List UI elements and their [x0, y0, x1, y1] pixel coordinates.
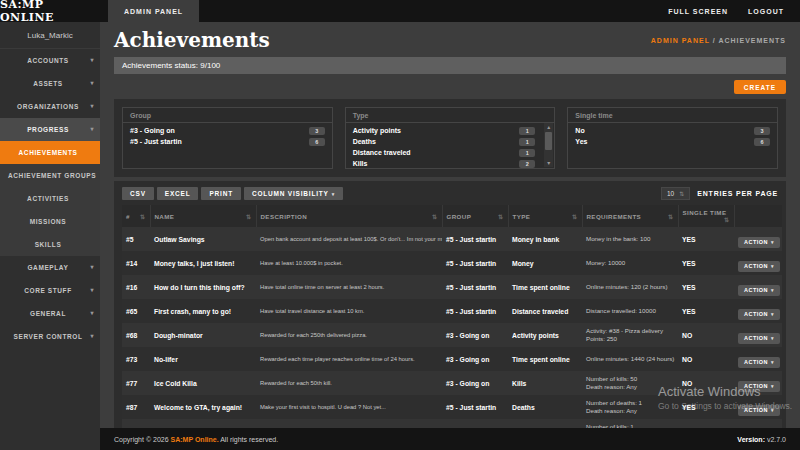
create-button[interactable]: CREATE	[734, 80, 786, 94]
action-button[interactable]: ACTION▾	[738, 333, 780, 344]
filter-option-count: 3	[754, 127, 770, 135]
cell-action: ACTION▾	[734, 251, 782, 275]
requirement-line: Number of kills: 50	[586, 375, 674, 383]
sidebar-item-label: ORGANIZATIONS	[17, 103, 79, 110]
filter-option-label: Deaths	[353, 138, 376, 145]
footer: Copyright © 2026 SA:MP Online. All right…	[100, 428, 800, 450]
filter-option-label: #5 - Just startin	[130, 138, 182, 145]
action-button-label: ACTION	[744, 239, 768, 245]
requirement-line: Number of kills: 1	[586, 423, 674, 428]
cell-single-time: YES	[678, 419, 734, 428]
filter-box-label: Type	[346, 108, 555, 123]
column-header-label: REQUIREMENTS	[587, 213, 642, 220]
column-header-group[interactable]: GROUP⇅	[442, 205, 508, 227]
sidebar-item-achievement-groups[interactable]: ACHIEVEMENT GROUPS	[0, 164, 100, 187]
logout-button[interactable]: LOGOUT	[748, 8, 784, 15]
sidebar-item-skills[interactable]: SKILLS	[0, 233, 100, 256]
column-header-label: NAME	[155, 213, 175, 220]
page-title: Achievements	[114, 28, 270, 52]
action-button[interactable]: ACTION▾	[738, 309, 780, 320]
action-button[interactable]: ACTION▾	[738, 285, 780, 296]
column-header-requirements[interactable]: REQUIREMENTS⇅	[582, 205, 678, 227]
action-button[interactable]: ACTION▾	[738, 357, 780, 368]
admin-panel-button[interactable]: ADMIN PANEL	[108, 0, 199, 22]
filter-option-count: 3	[309, 127, 325, 135]
caret-down-icon: ▾	[90, 263, 94, 270]
column-header-label: TYPE	[513, 213, 531, 220]
scroll-up-icon[interactable]: ▴	[547, 123, 550, 131]
requirement-line: Death reason: Any	[586, 383, 674, 391]
action-button[interactable]: ACTION▾	[738, 261, 780, 272]
action-button[interactable]: ACTION▾	[738, 381, 780, 392]
action-button[interactable]: ACTION▾	[738, 405, 780, 416]
version-label: Version:	[737, 436, 765, 443]
sidebar-item-activities[interactable]: ACTIVITIES	[0, 187, 100, 210]
action-button-label: ACTION	[744, 263, 768, 269]
breadcrumb: ADMIN PANEL / ACHIEVEMENTS	[651, 37, 786, 44]
column-header-description[interactable]: DESCRIPTION⇅	[256, 205, 442, 227]
cell-name: First crash, many to go!	[150, 299, 256, 323]
filter-option-kills[interactable]: Kills2	[346, 158, 543, 169]
filter-option-yes[interactable]: Yes6	[568, 136, 777, 147]
copyright-prefix: Copyright © 2026	[114, 436, 169, 443]
table-toolbar: CSVEXCELPRINT COLUMN VISIBILITY▾ 10 ⇅ EN…	[122, 187, 778, 200]
sort-icon: ⇅	[668, 213, 673, 220]
version-value: v2.7.0	[767, 436, 786, 443]
export-excel-button[interactable]: EXCEL	[157, 187, 199, 200]
filter-option-deaths[interactable]: Deaths1	[346, 136, 543, 147]
filter-option-5-just-startin[interactable]: #5 - Just startin6	[123, 136, 332, 147]
filter-option-label: No	[575, 127, 584, 134]
entries-per-page: 10 ⇅ ENTRIES PER PAGE	[661, 187, 778, 200]
cell-requirements: Number of kills: 50Death reason: Any	[582, 371, 678, 395]
sidebar-item-missions[interactable]: MISSIONS	[0, 210, 100, 233]
sidebar-item-label: ACHIEVEMENTS	[19, 149, 78, 156]
sidebar-item-gameplay[interactable]: GAMEPLAY▾	[0, 256, 100, 279]
sidebar-item-core-stuff[interactable]: CORE STUFF▾	[0, 279, 100, 302]
cell-id: #68	[122, 323, 150, 347]
filter-option-activity-points[interactable]: Activity points1	[346, 125, 543, 136]
full-screen-button[interactable]: FULL SCREEN	[668, 8, 728, 15]
action-button[interactable]: ACTION▾	[738, 237, 780, 248]
cell-description: Rewarded each time player reaches online…	[256, 347, 442, 371]
cell-action: ACTION▾	[734, 347, 782, 371]
column-header-type[interactable]: TYPE⇅	[508, 205, 582, 227]
export-csv-button[interactable]: CSV	[122, 187, 154, 200]
filter-option-3-going-on[interactable]: #3 - Going on3	[123, 125, 332, 136]
filter-option-distance-traveled[interactable]: Distance traveled1	[346, 147, 543, 158]
cell-group: #5 - Just startin	[442, 419, 508, 428]
filter-option-count: 6	[309, 138, 325, 146]
entries-per-page-select[interactable]: 10 ⇅	[661, 187, 690, 200]
caret-down-icon: ▾	[771, 359, 774, 365]
filter-option-label: Kills	[353, 160, 368, 167]
action-button-label: ACTION	[744, 311, 768, 317]
sidebar-item-label: CORE STUFF	[24, 287, 72, 294]
column-header-num[interactable]: #⇅	[122, 205, 150, 227]
sidebar-item-organizations[interactable]: ORGANIZATIONS▾	[0, 95, 100, 118]
sidebar-item-accounts[interactable]: ACCOUNTS▾	[0, 49, 100, 72]
scrollbar-thumb[interactable]	[545, 132, 552, 150]
spinner-icon: ⇅	[679, 190, 684, 197]
cell-group: #5 - Just startin	[442, 227, 508, 251]
sidebar-item-server-control[interactable]: SERVER CONTROL▾	[0, 325, 100, 348]
cell-type: Time spent online	[508, 347, 582, 371]
scroll-down-icon[interactable]: ▾	[547, 159, 550, 167]
filter-option-count: 2	[519, 160, 535, 168]
sidebar-item-general[interactable]: GENERAL▾	[0, 302, 100, 325]
cell-single-time: YES	[678, 395, 734, 419]
sidebar-item-assets[interactable]: ASSETS▾	[0, 72, 100, 95]
column-header-single-time[interactable]: SINGLE TIME⇅	[678, 205, 734, 227]
breadcrumb-admin-panel[interactable]: ADMIN PANEL	[651, 37, 710, 44]
sidebar-item-progress[interactable]: PROGRESS▾	[0, 118, 100, 141]
cell-description: Have total online time on server at leas…	[256, 275, 442, 299]
sidebar-item-achievements[interactable]: ACHIEVEMENTS	[0, 141, 100, 164]
export-print-button[interactable]: PRINT	[201, 187, 241, 200]
column-visibility-button[interactable]: COLUMN VISIBILITY▾	[244, 187, 343, 200]
filter-options: No3Yes6	[568, 123, 777, 149]
scrollbar[interactable]: ▴▾	[544, 123, 553, 167]
cell-name: Money talks, I just listen!	[150, 251, 256, 275]
filter-option-no[interactable]: No3	[568, 125, 777, 136]
cell-description: Rewarded for first kill.	[256, 419, 442, 428]
column-header-name[interactable]: NAME⇅	[150, 205, 256, 227]
cell-requirements: Number of deaths: 1Death reason: Any	[582, 395, 678, 419]
cell-type: Activity points	[508, 323, 582, 347]
